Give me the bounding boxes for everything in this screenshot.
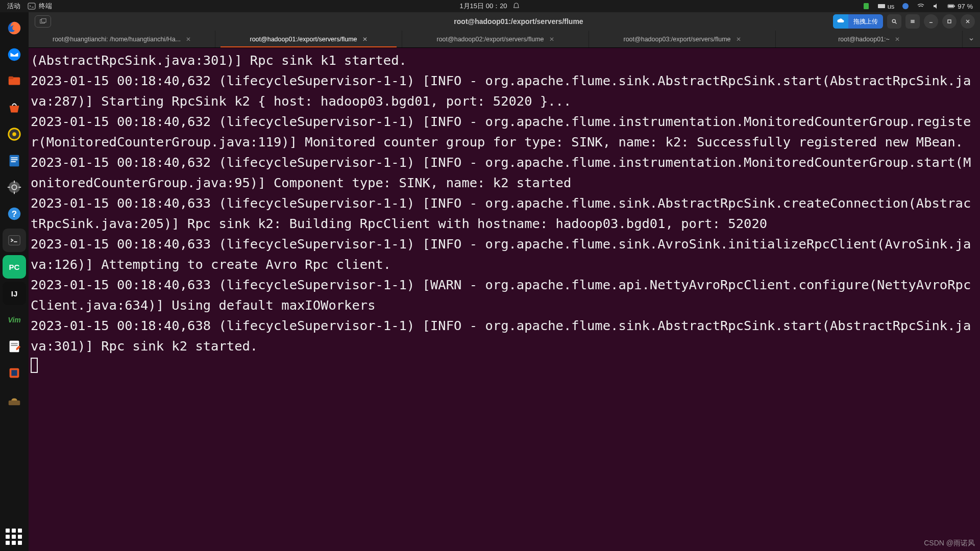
svg-rect-40 bbox=[948, 20, 951, 23]
new-tab-button[interactable] bbox=[35, 15, 51, 28]
dock-app-writer[interactable] bbox=[3, 149, 26, 172]
dock-app-firefox[interactable] bbox=[3, 16, 26, 40]
clipboard-icon[interactable] bbox=[862, 2, 870, 10]
svg-point-17 bbox=[9, 182, 20, 193]
dock-app-terminal[interactable] bbox=[3, 229, 26, 252]
dock-app-software[interactable] bbox=[3, 96, 26, 119]
tab-3[interactable]: root@hadoop03:/export/servers/flume✕ bbox=[589, 31, 776, 47]
svg-point-8 bbox=[8, 48, 20, 61]
svg-rect-30 bbox=[11, 370, 17, 375]
svg-point-12 bbox=[12, 132, 16, 136]
tab-close-1[interactable]: ✕ bbox=[362, 36, 368, 43]
terminal-output[interactable]: (AbstractRpcSink.java:301)] Rpc sink k1 … bbox=[29, 48, 980, 551]
tab-close-2[interactable]: ✕ bbox=[549, 36, 554, 43]
bell-icon[interactable] bbox=[512, 2, 521, 10]
maximize-button[interactable] bbox=[942, 14, 957, 29]
dock-app-intellij[interactable]: IJ bbox=[3, 282, 26, 305]
cloud-icon[interactable] bbox=[901, 2, 910, 10]
tab-close-4[interactable]: ✕ bbox=[895, 36, 900, 43]
upload-label: 拖拽上传 bbox=[848, 17, 883, 26]
svg-rect-0 bbox=[28, 3, 35, 9]
terminal-cursor bbox=[31, 358, 38, 373]
minimize-icon bbox=[928, 18, 934, 24]
focused-app-indicator[interactable]: 终端 bbox=[28, 2, 52, 11]
svg-rect-14 bbox=[11, 157, 17, 158]
close-icon bbox=[965, 18, 971, 24]
svg-line-35 bbox=[895, 22, 897, 24]
window-titlebar: root@hadoop01:/export/servers/flume 拖拽上传 bbox=[29, 12, 980, 31]
tab-0[interactable]: root@huangtianchi: /home/huangtianchi/Ha… bbox=[29, 31, 215, 47]
tab-bar: root@huangtianchi: /home/huangtianchi/Ha… bbox=[29, 31, 980, 48]
svg-rect-10 bbox=[9, 77, 13, 80]
keyboard-icon bbox=[877, 2, 886, 10]
dock-app-pycharm[interactable]: PC bbox=[3, 255, 26, 279]
terminal-window: root@hadoop01:/export/servers/flume 拖拽上传… bbox=[29, 12, 980, 551]
svg-rect-27 bbox=[11, 343, 17, 344]
svg-rect-25 bbox=[9, 236, 20, 245]
system-top-bar: 活动 终端 1月15日 00：20 us 97 % bbox=[0, 0, 980, 12]
svg-rect-15 bbox=[11, 159, 17, 160]
tab-4[interactable]: root@hadoop01:~✕ bbox=[776, 31, 963, 47]
new-tab-icon bbox=[39, 18, 46, 25]
maximize-icon bbox=[946, 18, 952, 24]
tab-1[interactable]: root@hadoop01:/export/servers/flume✕ bbox=[215, 31, 402, 47]
svg-rect-33 bbox=[41, 19, 46, 22]
svg-rect-28 bbox=[11, 345, 17, 346]
activities-button[interactable]: 活动 bbox=[7, 2, 20, 11]
svg-rect-6 bbox=[948, 5, 953, 7]
svg-point-34 bbox=[892, 19, 895, 22]
terminal-text: (AbstractRpcSink.java:301)] Rpc sink k1 … bbox=[31, 53, 971, 354]
dock-app-screenshot[interactable] bbox=[3, 388, 26, 411]
svg-rect-2 bbox=[878, 4, 885, 8]
watermark: CSDN @雨诺风 bbox=[924, 539, 975, 548]
dock-app-thunderbird[interactable] bbox=[3, 43, 26, 66]
cloud-upload-icon bbox=[833, 14, 848, 29]
svg-rect-13 bbox=[10, 155, 19, 167]
minimize-button[interactable] bbox=[924, 14, 938, 29]
tab-overflow-button[interactable] bbox=[963, 31, 980, 47]
volume-icon[interactable] bbox=[932, 2, 940, 10]
wifi-icon[interactable] bbox=[917, 2, 925, 10]
focused-app-label: 终端 bbox=[39, 2, 52, 11]
tab-close-3[interactable]: ✕ bbox=[736, 36, 741, 43]
chevron-down-icon bbox=[968, 36, 974, 42]
dock: ? PC IJ Vim bbox=[0, 12, 29, 551]
dock-app-rhythmbox[interactable] bbox=[3, 122, 26, 146]
clock[interactable]: 1月15日 00：20 bbox=[459, 2, 507, 11]
hamburger-icon bbox=[910, 18, 916, 24]
hamburger-menu-button[interactable] bbox=[905, 14, 920, 29]
terminal-icon bbox=[28, 2, 36, 10]
battery-icon bbox=[947, 2, 955, 10]
show-applications-button[interactable] bbox=[0, 529, 29, 546]
svg-rect-5 bbox=[954, 6, 955, 7]
dock-app-files[interactable] bbox=[3, 69, 26, 93]
search-icon bbox=[891, 18, 897, 24]
search-button[interactable] bbox=[887, 14, 901, 29]
battery-indicator[interactable]: 97 % bbox=[947, 2, 973, 10]
dock-app-virtualbox[interactable] bbox=[3, 361, 26, 385]
svg-rect-31 bbox=[9, 400, 20, 405]
svg-text:?: ? bbox=[12, 209, 17, 219]
upload-pill[interactable]: 拖拽上传 bbox=[833, 14, 883, 29]
svg-point-3 bbox=[902, 3, 909, 9]
svg-rect-1 bbox=[864, 3, 869, 9]
input-method-indicator[interactable]: us bbox=[877, 2, 895, 10]
tab-close-0[interactable]: ✕ bbox=[186, 36, 191, 43]
svg-rect-16 bbox=[11, 161, 15, 162]
dock-app-help[interactable]: ? bbox=[3, 202, 26, 226]
close-button[interactable] bbox=[961, 14, 975, 29]
dock-app-settings[interactable] bbox=[3, 176, 26, 199]
tab-2[interactable]: root@hadoop02:/export/servers/flume✕ bbox=[402, 31, 589, 47]
dock-app-gedit[interactable] bbox=[3, 335, 26, 358]
svg-rect-26 bbox=[10, 341, 19, 353]
dock-app-vim[interactable]: Vim bbox=[3, 308, 26, 332]
